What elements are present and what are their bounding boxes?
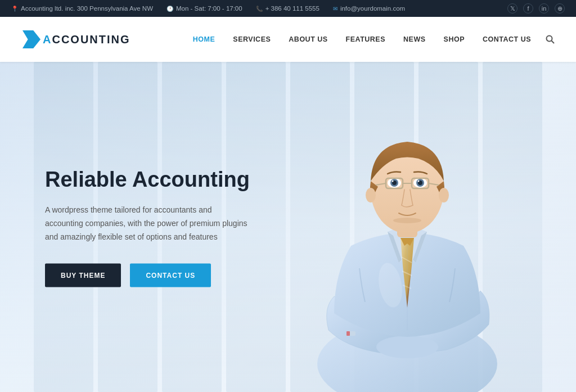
facebook-icon[interactable]: f	[523, 3, 533, 13]
location-icon: 📍	[11, 6, 18, 12]
nav-services[interactable]: SERVICES	[225, 31, 278, 48]
svg-point-3	[376, 336, 438, 358]
email-icon: ✉	[333, 6, 338, 12]
svg-line-1	[552, 41, 555, 44]
nav-shop[interactable]: SHOP	[436, 31, 472, 48]
phone-item: 📞 + 386 40 111 5555	[256, 5, 320, 12]
top-bar: 📍 Accounting ltd. inc. 300 Pennsylvania …	[0, 0, 576, 17]
phone-icon: 📞	[256, 6, 263, 12]
nav-contact[interactable]: CONTACT US	[475, 31, 539, 48]
clock-icon: 🕐	[166, 6, 173, 12]
phone-text: + 386 40 111 5555	[266, 5, 320, 12]
svg-point-19	[418, 181, 420, 182]
svg-point-25	[393, 218, 421, 223]
linkedin-icon[interactable]: in	[539, 3, 549, 13]
nav-features[interactable]: FEATURES	[338, 31, 393, 48]
person-illustration	[278, 71, 537, 392]
svg-point-11	[439, 188, 449, 202]
svg-point-15	[392, 181, 394, 182]
svg-point-0	[547, 36, 552, 42]
hero-buttons: BUY THEME CONTACT US	[45, 264, 250, 287]
hours-text: Mon - Sat: 7:00 - 17:00	[176, 5, 242, 12]
svg-rect-27	[346, 331, 350, 336]
hero-title: Reliable Accounting	[45, 166, 250, 192]
email-text: info@yourdomain.com	[340, 5, 405, 12]
contact-us-button[interactable]: CONTACT US	[130, 264, 211, 287]
logo-text: ACCOUNTING	[43, 33, 130, 46]
rss-icon[interactable]: ⊕	[555, 3, 565, 13]
nav-home[interactable]: HOME	[185, 31, 223, 48]
hours-item: 🕐 Mon - Sat: 7:00 - 17:00	[166, 5, 242, 12]
svg-point-10	[366, 188, 376, 202]
header: ACCOUNTING HOME SERVICES ABOUT US FEATUR…	[0, 17, 576, 62]
logo[interactable]: ACCOUNTING	[22, 30, 130, 48]
hero-section: Reliable Accounting A wordpress theme ta…	[0, 62, 576, 392]
twitter-icon[interactable]: 𝕏	[507, 3, 518, 13]
address-text: Accounting ltd. inc. 300 Pennsylvania Av…	[21, 5, 153, 12]
email-item: ✉ info@yourdomain.com	[333, 5, 405, 12]
buy-theme-button[interactable]: BUY THEME	[45, 264, 121, 287]
nav-about[interactable]: ABOUT US	[281, 31, 335, 48]
hero-description: A wordpress theme tailored for accountan…	[45, 204, 248, 244]
nav-news[interactable]: NEWS	[395, 31, 434, 48]
logo-icon	[22, 30, 40, 48]
top-bar-left: 📍 Accounting ltd. inc. 300 Pennsylvania …	[11, 5, 405, 12]
main-nav: HOME SERVICES ABOUT US FEATURES NEWS SHO…	[185, 30, 559, 48]
address-item: 📍 Accounting ltd. inc. 300 Pennsylvania …	[11, 5, 153, 12]
search-button[interactable]	[541, 30, 559, 48]
social-icons: 𝕏 f in ⊕	[507, 3, 565, 13]
hero-content: Reliable Accounting A wordpress theme ta…	[45, 166, 250, 287]
hero-person	[267, 62, 548, 392]
